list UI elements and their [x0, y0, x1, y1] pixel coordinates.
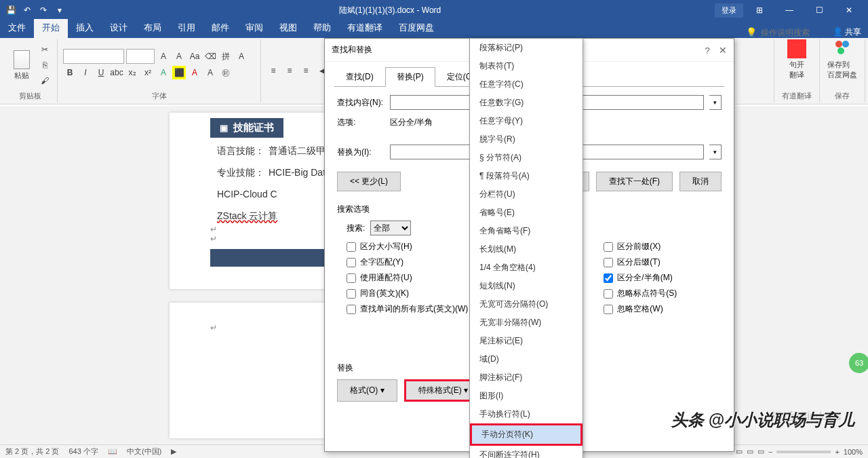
text-effects-icon[interactable]: A	[157, 66, 170, 79]
tab-youdao[interactable]: 有道翻译	[339, 19, 391, 38]
zoom-out-icon[interactable]: −	[768, 448, 772, 456]
tab-home[interactable]: 开始	[34, 19, 68, 38]
close-icon[interactable]: ✕	[835, 0, 863, 20]
status-page[interactable]: 第 2 页，共 2 页	[5, 446, 59, 457]
chk-match-case[interactable]: 区分大小写(H)	[347, 241, 468, 252]
char-shading-icon[interactable]: A	[203, 66, 217, 79]
chk-sounds-like[interactable]: 同音(英文)(K)	[347, 288, 468, 299]
dlg-tab-replace[interactable]: 替换(P)	[385, 67, 435, 87]
shrink-font-icon[interactable]: A	[172, 50, 186, 63]
change-case-icon[interactable]: Aa	[188, 50, 201, 63]
menu-footnote-mark[interactable]: 脚注标记(F)	[470, 368, 583, 387]
grow-font-icon[interactable]: A	[157, 50, 170, 63]
save-icon[interactable]: 💾	[5, 5, 16, 16]
tab-mailings[interactable]: 邮件	[203, 19, 237, 38]
find-dropdown-icon[interactable]: ▾	[709, 95, 722, 110]
login-button[interactable]: 登录	[715, 3, 743, 18]
menu-caret[interactable]: 脱字号(R)	[470, 130, 583, 149]
menu-any-char[interactable]: 任意字符(C)	[470, 75, 583, 94]
chk-prefix[interactable]: 区分前缀(X)	[604, 241, 677, 252]
menu-ellipsis[interactable]: 省略号(E)	[470, 204, 583, 222]
less-button[interactable]: << 更少(L)	[337, 172, 401, 191]
format-painter-icon[interactable]: 🖌	[38, 74, 52, 88]
superscript-icon[interactable]: x²	[141, 66, 155, 79]
tab-design[interactable]: 设计	[102, 19, 136, 38]
find-next-button[interactable]: 查找下一处(F)	[596, 172, 673, 191]
numbering-icon[interactable]: ≡	[283, 64, 296, 77]
translate-button[interactable]: 句开 翻译	[780, 39, 814, 80]
dialog-help-icon[interactable]: ?	[705, 45, 709, 56]
green-badge[interactable]: 63	[849, 353, 868, 373]
menu-any-digit[interactable]: 任意数字(G)	[470, 94, 583, 112]
enclose-char-icon[interactable]: ㊖	[219, 66, 233, 79]
menu-endnote-mark[interactable]: 尾注标记(E)	[470, 332, 583, 350]
view-print-icon[interactable]: ▭	[747, 447, 753, 456]
menu-opt-break[interactable]: 无宽可选分隔符(O)	[470, 295, 583, 313]
subscript-icon[interactable]: x₂	[125, 66, 139, 79]
menu-manual-line-break[interactable]: 手动换行符(L)	[470, 405, 583, 423]
highlight-icon[interactable]: ⬛	[172, 66, 186, 79]
menu-field[interactable]: 域(D)	[470, 350, 583, 368]
menu-quarter-em[interactable]: 1/4 全角空格(4)	[470, 259, 583, 277]
font-family-select[interactable]	[63, 49, 124, 64]
menu-full-ellipsis[interactable]: 全角省略号(F)	[470, 222, 583, 240]
minimize-icon[interactable]: —	[776, 0, 803, 20]
chk-whole-word[interactable]: 全字匹配(Y)	[347, 256, 468, 268]
tell-me-icon[interactable]: 💡	[746, 27, 757, 37]
tab-insert[interactable]: 插入	[68, 19, 102, 38]
chk-ignore-space[interactable]: 忽略空格(W)	[604, 303, 677, 315]
tab-references[interactable]: 引用	[170, 19, 203, 38]
cut-icon[interactable]: ✂	[38, 43, 52, 56]
menu-en-dash[interactable]: 短划线(N)	[470, 277, 583, 295]
menu-column-break[interactable]: 分栏符(U)	[470, 185, 583, 204]
char-border-icon[interactable]: A	[235, 50, 248, 63]
menu-any-letter[interactable]: 任意字母(Y)	[470, 112, 583, 130]
font-color-icon[interactable]: A	[188, 66, 201, 79]
redo-icon[interactable]: ↷	[38, 5, 49, 16]
paste-button[interactable]: 粘贴	[8, 50, 35, 81]
menu-nonbreak-hyphen[interactable]: 不间断连字符(H)	[470, 446, 583, 458]
maximize-icon[interactable]: ☐	[806, 0, 833, 20]
italic-icon[interactable]: I	[79, 66, 92, 79]
bullets-icon[interactable]: ≡	[267, 64, 280, 77]
status-macro-icon[interactable]: ▶	[171, 447, 176, 456]
menu-graphic[interactable]: 图形(I)	[470, 387, 583, 405]
dlg-tab-find[interactable]: 查找(D)	[334, 67, 385, 87]
strikethrough-icon[interactable]: abc	[110, 66, 123, 79]
menu-paragraph-mark[interactable]: 段落标记(P)	[470, 39, 583, 57]
search-direction-select[interactable]: 全部	[370, 221, 411, 235]
share-button[interactable]: 👤 共享	[833, 26, 861, 38]
multilevel-icon[interactable]: ≡	[299, 64, 313, 77]
tab-help[interactable]: 帮助	[305, 19, 339, 38]
baidu-save-button[interactable]: 保存到 百度网盘	[825, 39, 859, 80]
clear-format-icon[interactable]: ⌫	[203, 50, 217, 63]
view-read-icon[interactable]: ▭	[736, 447, 743, 456]
menu-section-char[interactable]: § 分节符(A)	[470, 149, 583, 167]
menu-tab-char[interactable]: 制表符(T)	[470, 57, 583, 75]
underline-icon[interactable]: U	[94, 66, 108, 79]
phonetic-icon[interactable]: 拼	[219, 50, 233, 63]
status-language[interactable]: 中文(中国)	[127, 446, 161, 457]
bold-icon[interactable]: B	[63, 66, 77, 79]
tab-layout[interactable]: 布局	[136, 19, 170, 38]
replace-dropdown-icon[interactable]: ▾	[709, 145, 722, 159]
tab-file[interactable]: 文件	[0, 19, 34, 38]
qat-more-icon[interactable]: ▾	[54, 5, 65, 16]
menu-em-dash[interactable]: 长划线(M)	[470, 240, 583, 259]
dialog-close-icon[interactable]: ✕	[719, 45, 727, 56]
menu-manual-page-break[interactable]: 手动分页符(K)	[470, 423, 583, 446]
chk-fullwidth[interactable]: 区分全/半角(M)	[604, 272, 677, 284]
format-button[interactable]: 格式(O) ▾	[337, 379, 397, 402]
cancel-button[interactable]: 取消	[679, 172, 722, 191]
tab-baidu[interactable]: 百度网盘	[391, 19, 442, 38]
chk-ignore-punct[interactable]: 忽略标点符号(S)	[604, 288, 677, 299]
view-web-icon[interactable]: ▭	[757, 447, 764, 456]
status-words[interactable]: 643 个字	[68, 446, 98, 457]
font-size-select[interactable]	[126, 49, 155, 64]
menu-no-width-nonbreak[interactable]: 无宽非分隔符(W)	[470, 313, 583, 332]
tab-view[interactable]: 视图	[271, 19, 305, 38]
undo-icon[interactable]: ↶	[22, 5, 33, 16]
tab-review[interactable]: 审阅	[237, 19, 271, 38]
chk-suffix[interactable]: 区分后缀(T)	[604, 256, 677, 268]
zoom-slider[interactable]	[776, 451, 831, 453]
